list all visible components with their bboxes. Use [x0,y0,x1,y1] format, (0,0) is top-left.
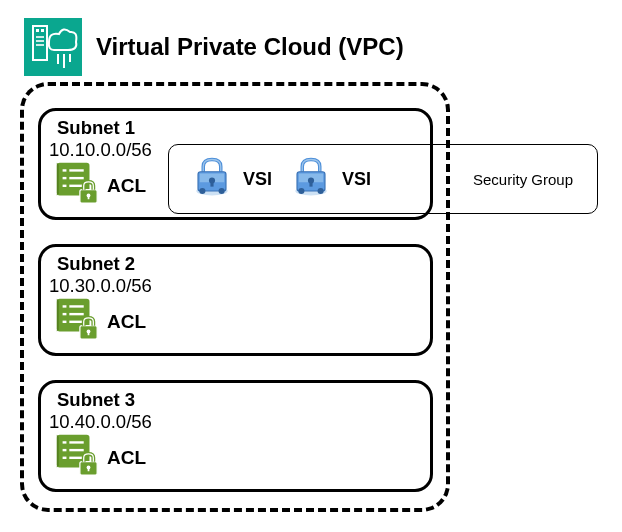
lock-icon [290,154,332,204]
subnet-3: Subnet 3 10.40.0.0/56 ACL [38,380,433,492]
page-title: Virtual Private Cloud (VPC) [96,33,404,61]
subnet-3-acl: ACL [53,429,146,481]
subnet-1-acl: ACL [53,157,146,209]
acl-icon [53,157,101,209]
header: Virtual Private Cloud (VPC) [24,18,404,76]
acl-icon [53,429,101,481]
vsi-label-2: VSI [342,169,371,190]
security-group-label: Security Group [473,171,573,188]
acl-label: ACL [107,175,146,209]
subnet-1-name: Subnet 1 [57,117,135,139]
vpc-icon [24,18,82,76]
subnet-3-name: Subnet 3 [57,389,135,411]
subnet-2-acl: ACL [53,293,146,345]
subnet-2: Subnet 2 10.30.0.0/56 ACL [38,244,433,356]
acl-label: ACL [107,311,146,345]
acl-label: ACL [107,447,146,481]
vsi-group: VSI VSI [191,154,379,204]
acl-icon [53,293,101,345]
vsi-label-1: VSI [243,169,272,190]
lock-icon [191,154,233,204]
security-group: VSI VSI Security Group [168,144,598,214]
subnet-2-name: Subnet 2 [57,253,135,275]
